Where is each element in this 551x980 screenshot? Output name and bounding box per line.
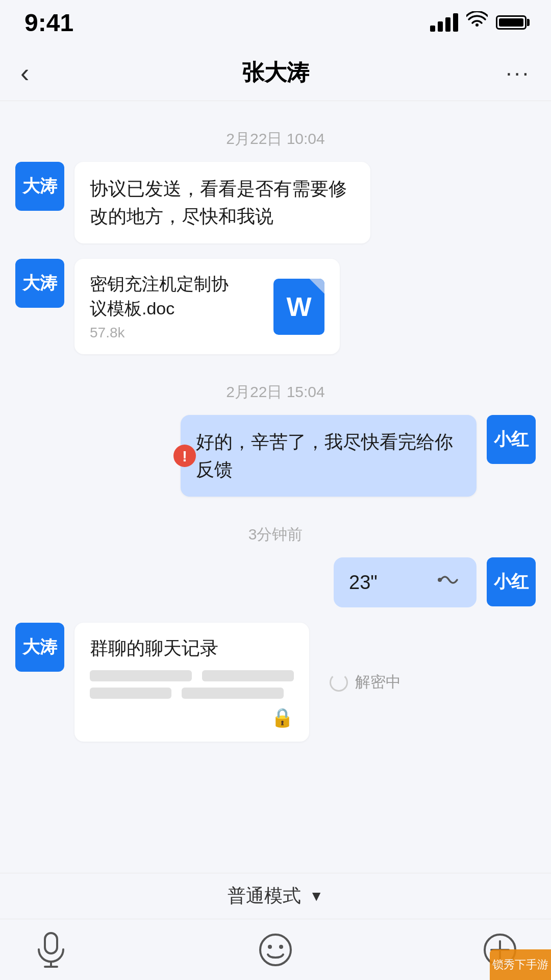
status-bar: 9:41 [0,0,551,45]
mode-bar[interactable]: 普通模式 ▼ [0,873,551,919]
record-title: 群聊的聊天记录 [90,636,294,661]
chat-title: 张大涛 [242,58,309,88]
timestamp-3: 3分钟前 [15,524,536,545]
avatar-datao-1: 大涛 [15,162,64,211]
chat-record-bubble[interactable]: 群聊的聊天记录 🔒 [74,623,309,742]
avatar-datao-2: 大涛 [15,259,64,308]
file-size: 57.8k [90,325,243,341]
mic-button[interactable] [31,929,71,970]
avatar-xiaohong-2: 小红 [487,557,536,606]
timestamp-2: 2月22日 15:04 [15,382,536,403]
voice-duration: 23" [349,572,378,594]
message-row-voice: 小红 23" [15,557,536,607]
avatar-datao-3: 大涛 [15,623,64,672]
bottom-toolbar [0,919,551,980]
message-bubble-received-1[interactable]: 协议已发送，看看是否有需要修改的地方，尽快和我说 [74,162,370,243]
decrypt-spinner-icon [330,673,348,692]
voice-wave-icon [436,569,461,596]
message-bubble-sent-1[interactable]: ! 好的，辛苦了，我尽快看完给你反馈 [181,415,477,497]
battery-icon [496,15,527,30]
voice-bubble[interactable]: 23" [334,557,477,607]
svg-rect-1 [45,933,57,953]
message-row-received-1: 大涛 协议已发送，看看是否有需要修改的地方，尽快和我说 [15,162,536,243]
chat-header: ‹ 张大涛 ··· [0,45,551,101]
status-icons [430,11,527,34]
file-bubble[interactable]: 密钥充注机定制协议模板.doc 57.8k W [74,259,340,354]
message-row-record: 大涛 群聊的聊天记录 🔒 [15,623,536,742]
decrypt-label: 解密中 [355,672,401,693]
back-button[interactable]: ‹ [20,58,61,88]
dropdown-arrow-icon: ▼ [309,888,323,904]
svg-point-5 [268,945,272,949]
svg-point-6 [279,945,283,949]
record-preview [90,670,294,699]
status-time: 9:41 [24,9,73,37]
watermark: 锁秀下手游 [490,949,551,980]
file-info: 密钥充注机定制协议模板.doc 57.8k [90,272,243,341]
svg-point-4 [260,935,291,965]
avatar-xiaohong-1: 小红 [487,415,536,464]
lock-icon: 🔒 [271,707,294,728]
message-row-file: 大涛 密钥充注机定制协议模板.doc 57.8k W [15,259,536,354]
svg-point-0 [438,578,442,582]
file-name: 密钥充注机定制协议模板.doc [90,272,243,321]
chat-area: 2月22日 10:04 大涛 协议已发送，看看是否有需要修改的地方，尽快和我说 … [0,101,551,832]
mode-label: 普通模式 [228,884,301,909]
message-row-sent-1: 小红 ! 好的，辛苦了，我尽快看完给你反馈 [15,415,536,497]
more-button[interactable]: ··· [490,60,531,86]
signal-icon [430,13,458,32]
decrypt-status: 解密中 [330,672,401,693]
emoji-button[interactable] [255,929,296,970]
error-indicator: ! [173,445,196,467]
word-file-icon: W [273,279,324,335]
wifi-icon [466,11,488,34]
timestamp-1: 2月22日 10:04 [15,129,536,150]
